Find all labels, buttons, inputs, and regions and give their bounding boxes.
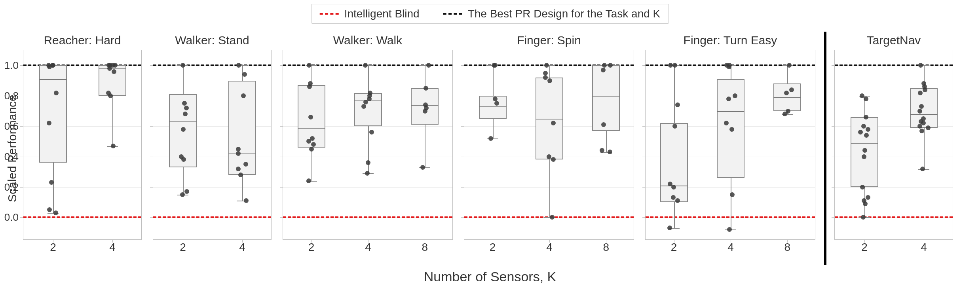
data-point [180, 192, 185, 197]
data-point [866, 127, 870, 132]
data-point [730, 192, 735, 197]
data-point [789, 87, 794, 92]
y-tick [280, 187, 283, 188]
whisker-upper [674, 65, 675, 123]
data-point [420, 165, 425, 170]
data-point [184, 189, 189, 194]
data-point [547, 78, 552, 83]
figure: Intelligent Blind The Best PR Design for… [4, 4, 976, 286]
y-tick [832, 126, 835, 127]
y-tick [461, 187, 464, 188]
x-tick-label: 4 [365, 241, 371, 254]
data-point [550, 215, 555, 220]
box [39, 65, 67, 163]
x-tick-label: 8 [422, 241, 428, 254]
legend-item-best: The Best PR Design for the Task and K [443, 8, 661, 20]
data-point [111, 144, 116, 148]
data-point [675, 198, 680, 203]
data-point [369, 130, 374, 135]
data-point [860, 185, 865, 190]
legend-item-blind: Intelligent Blind [320, 8, 420, 20]
x-tick-label: 2 [180, 241, 186, 254]
y-tick-label: 0.2 [0, 181, 19, 193]
ref-line-blind [835, 216, 953, 218]
data-point [543, 71, 548, 76]
data-point [787, 63, 792, 68]
legend: Intelligent Blind The Best PR Design for… [311, 4, 669, 24]
y-tick [832, 187, 835, 188]
data-point [423, 102, 428, 107]
median-line [298, 128, 325, 129]
y-tick [150, 65, 153, 66]
x-tick-label: 4 [239, 241, 245, 254]
panel-finger-spin: Finger: Spin248 [464, 50, 634, 240]
data-point [493, 97, 498, 101]
gridline [835, 187, 953, 188]
panel-walker-walk: Walker: Walk248 [283, 50, 453, 240]
median-line [592, 96, 620, 97]
y-tick [150, 187, 153, 188]
data-point [729, 127, 734, 132]
data-point [864, 133, 869, 138]
data-point [309, 147, 314, 152]
x-tick-label: 2 [308, 241, 315, 254]
y-tick [280, 96, 283, 96]
panel-reacher-hard: Reacher: Hard0.00.20.40.60.81.024 [23, 50, 142, 240]
y-tick [461, 65, 464, 66]
whisker-lower [606, 131, 607, 152]
panel-separator [824, 32, 826, 265]
x-ticks: 24 [23, 241, 141, 255]
median-line [851, 143, 878, 144]
data-point [864, 97, 868, 101]
ref-line-blind [153, 216, 271, 218]
whisker-upper [493, 65, 494, 96]
gridline [283, 157, 452, 157]
data-point [308, 81, 313, 86]
data-point [861, 124, 866, 129]
data-point [601, 68, 606, 72]
panel-title: Reacher: Hard [23, 34, 141, 47]
data-point [547, 154, 551, 159]
y-tick [461, 126, 464, 127]
data-point [238, 172, 243, 177]
box [660, 123, 688, 202]
y-tick [642, 96, 646, 96]
data-point [488, 136, 493, 141]
whisker-lower [183, 167, 184, 195]
data-point [47, 207, 52, 212]
panel-finger-turn-easy: Finger: Turn Easy248 [645, 50, 815, 240]
panel-title: TargetNav [835, 34, 953, 47]
data-point [54, 91, 59, 95]
data-point [310, 136, 315, 141]
gridline [283, 187, 452, 188]
gridline [153, 187, 271, 188]
data-point [786, 109, 790, 114]
data-point [784, 91, 789, 95]
ref-line-blind [646, 216, 815, 218]
data-point [675, 102, 680, 107]
data-point [920, 167, 925, 171]
data-point [424, 86, 428, 91]
x-axis-label: Number of Sensors, K [424, 269, 556, 284]
y-tick [642, 157, 646, 157]
median-line [773, 97, 801, 98]
data-point [543, 75, 548, 80]
x-tick-label: 4 [727, 241, 734, 254]
y-tick [461, 96, 464, 96]
data-point [918, 63, 923, 68]
y-tick [832, 96, 835, 96]
panel-title: Walker: Walk [283, 34, 452, 47]
data-point [236, 63, 241, 68]
whisker-lower [112, 96, 113, 146]
ref-line-best [835, 64, 953, 66]
y-tick [150, 96, 153, 96]
whisker-lower [493, 119, 494, 138]
whisker-upper [549, 65, 550, 78]
legend-label-blind: Intelligent Blind [344, 8, 420, 20]
y-tick [461, 157, 464, 157]
data-point [926, 125, 931, 130]
y-tick [832, 65, 835, 66]
y-tick [642, 65, 646, 66]
panel-title: Finger: Spin [464, 34, 634, 47]
median-line [228, 154, 256, 154]
